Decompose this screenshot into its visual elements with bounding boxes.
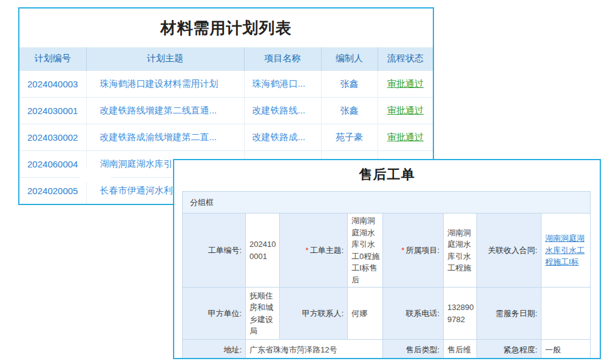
contact-label: 甲方联系人: [280, 288, 348, 340]
work-order-title: 售后工单 [174, 166, 600, 184]
work-order-groupbox: 分组框 工单编号: 2024100001 *工单主题: 湖南洞庭湖水库引水工0程… [182, 191, 591, 359]
service-date-value [541, 288, 591, 340]
contract-label: 关联收入合同: [477, 214, 541, 288]
form-row-1: 工单编号: 2024100001 *工单主题: 湖南洞庭湖水库引水工0程施工I标… [183, 214, 591, 288]
contract-link[interactable]: 湖南洞庭湖水库引水工程施工I标 [545, 234, 585, 266]
table-row: 2024040003 珠海鹤港口建设材料需用计划 珠海鹤港口... 张鑫 审批通… [19, 70, 433, 97]
form-row-2: 甲方单位: 抚顺住房和城乡建设局 甲方联系人: 何娜 联系电话: 1328909… [183, 288, 591, 340]
table-row: 2024030001 改建铁路线增建第二线直通... 改建铁路线... 张鑫 审… [19, 97, 433, 124]
project-name-link[interactable]: 改建铁路成... [244, 124, 321, 150]
subject-label-text: 工单主题: [310, 246, 344, 255]
after-sales-work-order-panel: 售后工单 分组框 工单编号: 2024100001 *工单主题: 湖南洞庭湖水库… [173, 159, 601, 359]
address-value: 广东省珠海市菏泽路12号 [246, 340, 383, 360]
status-link[interactable]: 审批通过 [378, 70, 433, 97]
urgency-label: 紧急程度: [477, 340, 541, 360]
column-header-flow-status: 流程状态 [378, 47, 433, 70]
required-marker: * [305, 246, 308, 255]
address-label: 地址: [183, 340, 246, 360]
phone-value: 1328909782 [444, 288, 477, 340]
subject-label: *工单主题: [280, 214, 348, 288]
white-overlay-patch [80, 167, 111, 182]
plan-id-link[interactable]: 2024020005 [19, 177, 86, 204]
type-value: 售后维 [444, 340, 477, 360]
plan-id-link[interactable]: 2024030001 [19, 97, 86, 124]
groupbox-label: 分组框 [182, 191, 591, 213]
plan-topic-link[interactable]: 改建铁路线增建第二线直通... [86, 97, 244, 124]
creator-name: 张鑫 [321, 97, 378, 124]
plan-list-header-row: 计划编号 计划主题 项目名称 编制人 流程状态 [19, 47, 433, 70]
column-header-project-name: 项目名称 [244, 47, 321, 70]
form-row-3: 地址: 广东省珠海市菏泽路12号 售后类型: 售后维 紧急程度: 一般 [183, 340, 591, 360]
project-name-link[interactable]: 珠海鹤港口... [244, 70, 321, 97]
column-header-creator: 编制人 [321, 47, 378, 70]
party-a-label: 甲方单位: [183, 288, 246, 340]
project-label: *所属项目: [383, 214, 444, 288]
table-row: 2024030002 改建铁路成渝线增建第二直... 改建铁路成... 苑子豪 … [19, 124, 433, 150]
status-link[interactable]: 审批通过 [378, 124, 433, 150]
project-name-link[interactable]: 改建铁路线... [244, 97, 321, 124]
order-no-label: 工单编号: [183, 214, 246, 288]
creator-name: 张鑫 [321, 70, 378, 97]
status-link[interactable]: 审批通过 [378, 97, 433, 124]
plan-id-link[interactable]: 2024030002 [19, 124, 86, 150]
column-header-plan-topic: 计划主题 [86, 47, 244, 70]
work-order-form-table: 工单编号: 2024100001 *工单主题: 湖南洞庭湖水库引水工0程施工I标… [182, 213, 591, 359]
plan-id-link[interactable]: 2024040003 [19, 70, 86, 97]
project-label-text: 所属项目: [405, 246, 439, 255]
urgency-value: 一般 [541, 340, 591, 360]
contact-value: 何娜 [348, 288, 383, 340]
creator-name: 苑子豪 [321, 124, 378, 150]
required-marker: * [401, 246, 404, 255]
project-value: 湖南洞庭湖水库引水工程施 [444, 214, 477, 288]
subject-value: 湖南洞庭湖水库引水工0程施工I标售后 [348, 214, 383, 288]
party-a-value: 抚顺住房和城乡建设局 [246, 288, 280, 340]
plan-list-title: 材料需用计划列表 [19, 8, 433, 47]
type-label: 售后类型: [383, 340, 444, 360]
plan-topic-link[interactable]: 改建铁路成渝线增建第二直... [86, 124, 244, 150]
column-header-plan-id: 计划编号 [19, 47, 86, 70]
order-no-value: 2024100001 [246, 214, 280, 288]
service-date-label: 需服务日期: [477, 288, 541, 340]
plan-topic-link[interactable]: 珠海鹤港口建设材料需用计划 [86, 70, 244, 97]
plan-id-link[interactable]: 2024060004 [19, 150, 86, 177]
phone-label: 联系电话: [383, 288, 444, 340]
